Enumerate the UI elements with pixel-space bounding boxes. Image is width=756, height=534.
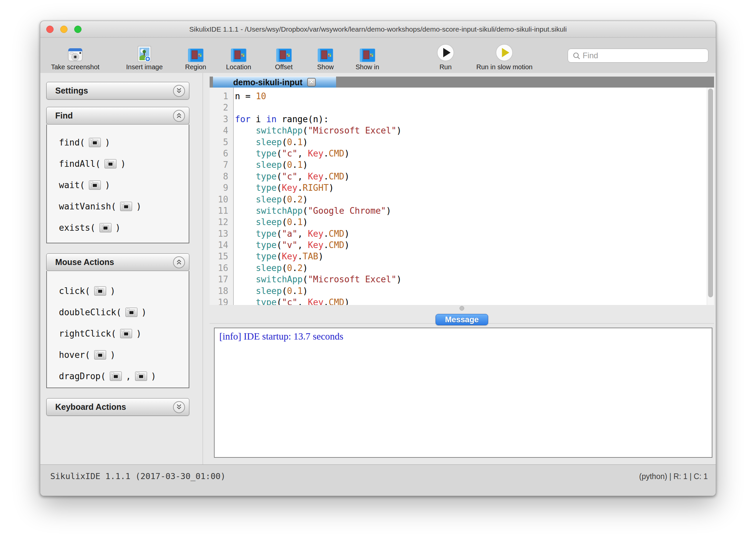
code-token: type <box>256 240 277 250</box>
line-number: 13 <box>210 228 231 239</box>
sidebar-command-doubleClick[interactable]: doubleClick( ) <box>47 302 189 323</box>
section-title: Mouse Actions <box>55 257 173 267</box>
tab-close-icon[interactable]: ✕ <box>307 78 316 87</box>
code-token: ( <box>277 183 282 193</box>
section-body-find: find( )findAll( )wait( )waitVanish( )exi… <box>46 125 189 243</box>
code-token: sleep <box>256 286 282 296</box>
sidebar-command-exists[interactable]: exists( ) <box>47 217 189 238</box>
code-token: ) <box>318 251 324 261</box>
sidebar-command-find[interactable]: find( ) <box>47 132 189 153</box>
sidebar-command-waitVanish[interactable]: waitVanish( ) <box>47 196 189 217</box>
code-token: ( <box>277 251 282 261</box>
line-number: 12 <box>210 216 231 228</box>
code-token <box>235 217 256 227</box>
command-text: find( <box>59 137 85 147</box>
code-token <box>235 171 256 181</box>
message-tab[interactable]: Message <box>436 314 488 325</box>
code-token: ) <box>303 286 308 296</box>
code-line: 16 sleep(0.2) <box>210 262 707 274</box>
sidebar-command-rightClick[interactable]: rightClick( ) <box>47 323 189 344</box>
sidebar-command-dragDrop[interactable]: dragDrop( , ) <box>47 366 189 387</box>
code-token: CMD <box>329 297 344 305</box>
run-slow-motion-button[interactable]: Run in slow motion <box>476 45 533 71</box>
code-text: switchApp("Google Chrome") <box>231 205 391 216</box>
message-console[interactable]: [info] IDE startup: 13.7 seconds <box>214 328 712 458</box>
scrollbar-thumb[interactable] <box>708 89 713 297</box>
code-token: ( <box>282 194 287 204</box>
section-title: Settings <box>55 86 173 96</box>
take-screenshot-button[interactable]: Take screenshot <box>51 45 99 71</box>
camera-thumbnail-icon <box>89 180 101 190</box>
sidebar-command-click[interactable]: click( ) <box>47 280 189 302</box>
code-text: sleep(0.2) <box>231 262 308 274</box>
line-number: 16 <box>210 262 231 274</box>
command-text: , <box>126 371 131 381</box>
sidebar-command-wait[interactable]: wait( ) <box>47 174 189 196</box>
command-text: ) <box>120 159 126 169</box>
code-token: . <box>292 217 297 227</box>
command-text: ) <box>151 371 156 381</box>
chevron-down-icon[interactable] <box>173 401 185 413</box>
code-token: . <box>292 286 297 296</box>
region-button[interactable]: Region <box>185 45 206 71</box>
code-token: ) <box>344 229 350 239</box>
code-token: in <box>266 114 277 124</box>
code-token: . <box>323 148 329 158</box>
section-header-find[interactable]: Find <box>46 107 189 125</box>
chevron-up-icon[interactable] <box>173 256 185 268</box>
section-header-settings[interactable]: Settings <box>46 82 189 100</box>
offset-button[interactable]: Offset <box>275 45 293 71</box>
camera-thumbnail-icon <box>120 329 132 338</box>
code-token: CMD <box>329 171 344 181</box>
show-in-button[interactable]: Show in <box>355 45 379 71</box>
code-token: 0 <box>287 194 292 204</box>
command-text: ) <box>105 180 110 190</box>
code-text: type(Key.TAB) <box>231 251 323 262</box>
code-token: . <box>292 263 297 273</box>
code-text: type("c", Key.CMD) <box>231 171 349 182</box>
code-token: 0 <box>287 263 292 273</box>
code-text: type("c", Key.CMD) <box>231 297 349 305</box>
camera-icon <box>66 45 84 62</box>
find-input[interactable]: Find <box>568 49 708 63</box>
code-token <box>235 274 256 284</box>
code-token: Key <box>282 183 297 193</box>
screen-region-icon <box>317 45 333 62</box>
code-token: CMD <box>329 229 344 239</box>
code-token <box>235 206 256 216</box>
code-editor[interactable]: 1n = 1023for i in range(n):4 switchApp("… <box>210 88 714 305</box>
code-token: type <box>256 171 277 181</box>
code-line: 17 switchApp("Microsoft Excel") <box>210 274 707 285</box>
chevron-up-icon[interactable] <box>173 110 185 122</box>
insert-image-button[interactable]: Insert image <box>126 45 163 71</box>
code-text: n = 10 <box>231 91 266 102</box>
code-token: ) <box>396 126 402 135</box>
title-bar[interactable]: SikulixIDE 1.1.1 - /Users/wsy/Dropbox/va… <box>40 21 716 38</box>
section-header-keyboard-actions[interactable]: Keyboard Actions <box>46 398 189 416</box>
minimize-window-button[interactable] <box>60 26 68 33</box>
chevron-down-icon[interactable] <box>173 85 185 97</box>
zoom-window-button[interactable] <box>74 26 82 33</box>
code-token <box>235 137 256 147</box>
run-button[interactable]: Run <box>436 45 455 71</box>
splitter-handle[interactable] <box>460 306 464 311</box>
code-token: ( <box>277 297 282 305</box>
code-line: 8 type("c", Key.CMD) <box>210 171 707 182</box>
editor-tab-bar: demo-sikuli-input ✕ <box>210 77 714 88</box>
code-token: Key <box>308 240 323 250</box>
code-line: 18 sleep(0.1) <box>210 285 707 297</box>
code-token: . <box>297 251 303 261</box>
command-text: ) <box>110 286 115 296</box>
sidebar-command-findAll[interactable]: findAll( ) <box>47 153 189 174</box>
editor-scrollbar[interactable] <box>707 88 714 305</box>
show-button[interactable]: Show <box>317 45 334 71</box>
section-header-mouse-actions[interactable]: Mouse Actions <box>46 253 189 271</box>
code-text: switchApp("Microsoft Excel") <box>231 274 402 285</box>
line-number: 15 <box>210 251 231 262</box>
tab-demo-sikuli-input[interactable]: demo-sikuli-input ✕ <box>213 77 336 88</box>
close-window-button[interactable] <box>46 26 54 33</box>
location-button[interactable]: Location <box>226 45 251 71</box>
sidebar-command-hover[interactable]: hover( ) <box>47 344 189 366</box>
code-text: sleep(0.1) <box>231 159 308 170</box>
code-line: 5 sleep(0.1) <box>210 136 707 148</box>
